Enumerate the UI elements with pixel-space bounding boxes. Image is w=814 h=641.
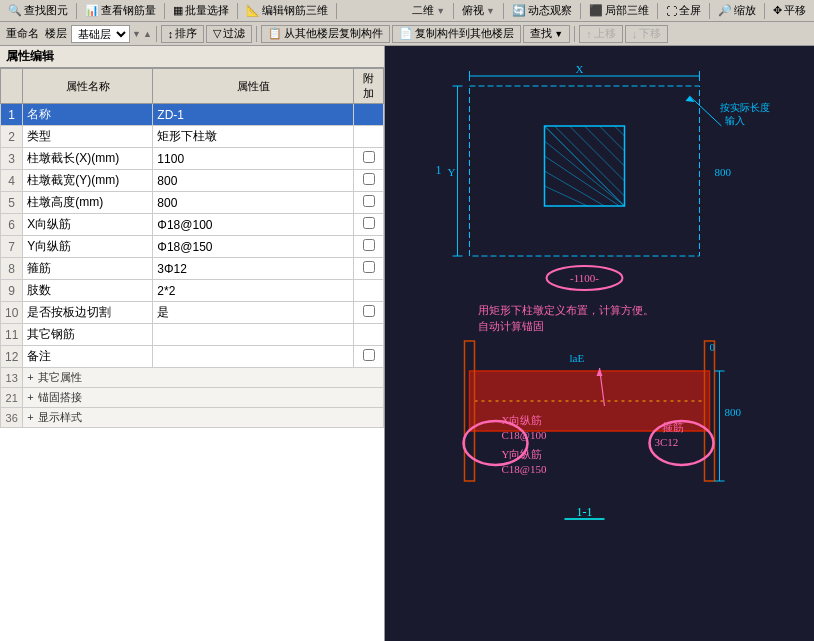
- dynamic-icon: 🔄: [512, 4, 526, 17]
- sep12: [256, 26, 257, 42]
- up-move-btn[interactable]: ↑ 上移: [579, 25, 623, 43]
- sep13: [574, 26, 575, 42]
- prop-name-cell: 是否按板边切割: [23, 302, 153, 324]
- row-number: 4: [1, 170, 23, 192]
- prop-name-cell: 柱墩截长(X)(mm): [23, 148, 153, 170]
- floor-select[interactable]: 基础层: [71, 25, 130, 43]
- edit-rebar-btn[interactable]: 📐 编辑钢筋三维: [242, 2, 332, 19]
- properties-table: 属性名称 属性值 附加 1名称ZD-12类型矩形下柱墩3柱墩截长(X)(mm)1…: [0, 68, 384, 428]
- table-row: 12备注: [1, 346, 384, 368]
- copy-to-btn[interactable]: 📄 复制构件到其他楼层: [392, 25, 521, 43]
- svg-text:箍筋: 箍筋: [662, 421, 684, 433]
- table-row: 7Y向纵筋Φ18@150: [1, 236, 384, 258]
- prop-value-cell: 800: [153, 192, 354, 214]
- prop-extra-cell: [354, 280, 384, 302]
- sort-btn[interactable]: ↕ 排序: [161, 25, 205, 43]
- svg-text:800: 800: [725, 406, 742, 418]
- copy-to-icon: 📄: [399, 27, 413, 40]
- find-btn[interactable]: 查找 ▼: [523, 25, 570, 43]
- row-number: 2: [1, 126, 23, 148]
- prop-name-cell: +显示样式: [23, 408, 384, 428]
- row-number: 8: [1, 258, 23, 280]
- prop-name-cell: 柱墩高度(mm): [23, 192, 153, 214]
- fullscreen-btn[interactable]: ⛶ 全屏: [662, 2, 705, 19]
- svg-text:800: 800: [715, 166, 732, 178]
- table-row: 4柱墩截宽(Y)(mm)800: [1, 170, 384, 192]
- sort-icon: ↕: [168, 28, 174, 40]
- row-number: 9: [1, 280, 23, 302]
- svg-text:1: 1: [436, 163, 442, 177]
- prop-value-cell: Φ18@100: [153, 214, 354, 236]
- sep3: [237, 3, 238, 19]
- row-number: 36: [1, 408, 23, 428]
- table-row: 10是否按板边切割是: [1, 302, 384, 324]
- extra-checkbox[interactable]: [363, 173, 375, 185]
- extra-checkbox[interactable]: [363, 349, 375, 361]
- fullscreen-icon: ⛶: [666, 5, 677, 17]
- prop-extra-cell: [354, 346, 384, 368]
- copy-from-btn[interactable]: 📋 从其他楼层复制构件: [261, 25, 390, 43]
- svg-text:用矩形下柱墩定义布置，计算方便。: 用矩形下柱墩定义布置，计算方便。: [478, 304, 654, 316]
- extra-checkbox[interactable]: [363, 217, 375, 229]
- table-row: 2类型矩形下柱墩: [1, 126, 384, 148]
- extra-checkbox[interactable]: [363, 261, 375, 273]
- table-row[interactable]: 36+显示样式: [1, 408, 384, 428]
- sep6: [503, 3, 504, 19]
- table-row[interactable]: 13+其它属性: [1, 368, 384, 388]
- sep7: [580, 3, 581, 19]
- row-number: 13: [1, 368, 23, 388]
- batch-select-btn[interactable]: ▦ 批量选择: [169, 2, 233, 19]
- svg-text:laE: laE: [570, 352, 585, 364]
- prop-extra-cell: [354, 192, 384, 214]
- up-arrow: ▲: [143, 29, 152, 39]
- svg-text:0: 0: [710, 341, 716, 353]
- row-number: 7: [1, 236, 23, 258]
- cube-icon: ⬛: [589, 4, 603, 17]
- col-num: [1, 69, 23, 104]
- prop-value-cell[interactable]: ZD-1: [153, 104, 354, 126]
- prop-extra-cell: [354, 170, 384, 192]
- zoom-icon: 🔎: [718, 4, 732, 17]
- table-header: 属性名称 属性值 附加: [1, 69, 384, 104]
- col-value: 属性值: [153, 69, 354, 104]
- extra-checkbox[interactable]: [363, 151, 375, 163]
- panel-title: 属性编辑: [0, 46, 384, 68]
- view-rebar-btn[interactable]: 📊 查看钢筋量: [81, 2, 160, 19]
- table-row: 1名称ZD-1: [1, 104, 384, 126]
- dynamic-view-btn[interactable]: 🔄 动态观察: [508, 2, 576, 19]
- prop-name-cell: +其它属性: [23, 368, 384, 388]
- pan-icon: ✥: [773, 4, 782, 17]
- local-3d-btn[interactable]: ⬛ 局部三维: [585, 2, 653, 19]
- extra-checkbox[interactable]: [363, 239, 375, 251]
- row-number: 6: [1, 214, 23, 236]
- svg-text:按实际长度: 按实际长度: [720, 102, 770, 113]
- perspective-btn[interactable]: 俯视 ▼: [458, 2, 499, 19]
- sep11: [156, 26, 157, 42]
- find-element-btn[interactable]: 🔍 查找图元: [4, 2, 72, 19]
- extra-checkbox[interactable]: [363, 305, 375, 317]
- extra-checkbox[interactable]: [363, 195, 375, 207]
- prop-extra-cell: [354, 258, 384, 280]
- down-arrow: ▼: [132, 29, 141, 39]
- filter-btn[interactable]: ▽ 过滤: [206, 25, 252, 43]
- copy-from-icon: 📋: [268, 27, 282, 40]
- svg-text:X向纵筋: X向纵筋: [502, 414, 543, 426]
- prop-value-cell: 矩形下柱墩: [153, 126, 354, 148]
- down-move-btn[interactable]: ↓ 下移: [625, 25, 669, 43]
- chart-icon: 📊: [85, 4, 99, 17]
- up-move-icon: ↑: [586, 28, 592, 40]
- sep2: [164, 3, 165, 19]
- zoom-btn[interactable]: 🔎 缩放: [714, 2, 760, 19]
- svg-text:1-1: 1-1: [577, 505, 593, 519]
- prop-extra-cell: [354, 148, 384, 170]
- prop-name-cell: 类型: [23, 126, 153, 148]
- toolbar-top: 🔍 查找图元 📊 查看钢筋量 ▦ 批量选择 📐 编辑钢筋三维 二维 ▼ 俯视 ▼…: [0, 0, 814, 22]
- row-number: 11: [1, 324, 23, 346]
- table-row: 5柱墩高度(mm)800: [1, 192, 384, 214]
- table-row[interactable]: 21+锚固搭接: [1, 388, 384, 408]
- pan-btn[interactable]: ✥ 平移: [769, 2, 810, 19]
- dropdown-icon2: ▼: [486, 6, 495, 16]
- prop-name-cell: Y向纵筋: [23, 236, 153, 258]
- prop-name-cell: 其它钢筋: [23, 324, 153, 346]
- 2d-btn[interactable]: 二维 ▼: [408, 2, 449, 19]
